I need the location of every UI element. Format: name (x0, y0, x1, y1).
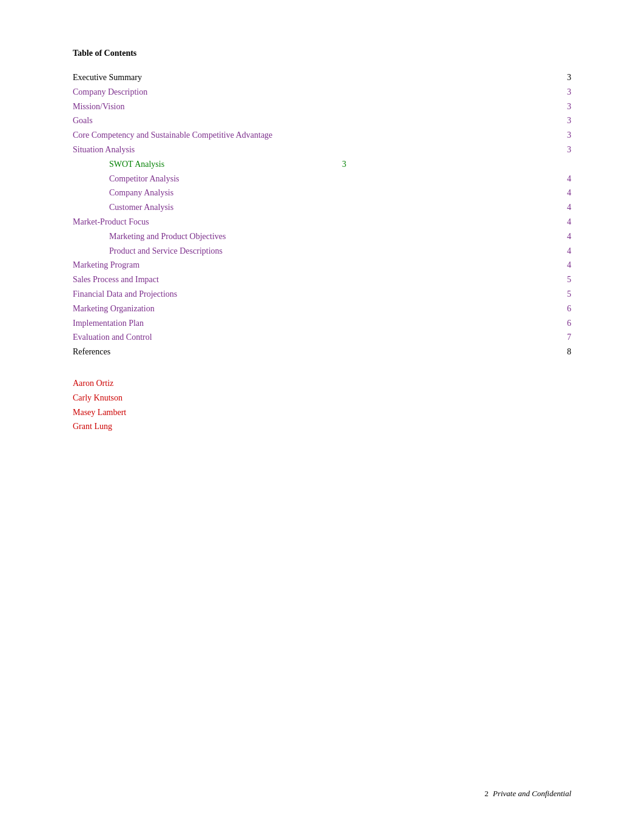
toc-page: 4 (559, 258, 571, 272)
toc-page: 6 (559, 302, 571, 316)
toc-page: 3 (559, 128, 571, 143)
toc-row: Marketing and Product Objectives4 (73, 229, 571, 244)
footer: 2 Private and Confidential (485, 789, 571, 799)
toc-label: Evaluation and Control (73, 330, 559, 345)
author-item: Aaron Ortiz (73, 376, 571, 391)
toc-page: 4 (559, 215, 571, 229)
toc-label: Customer Analysis (73, 200, 559, 215)
footer-text: Private and Confidential (493, 789, 571, 798)
author-name: Aaron Ortiz (73, 376, 113, 391)
toc-title: Table of Contents (73, 49, 571, 58)
toc-page: 4 (559, 244, 571, 259)
toc-label: Company Analysis (73, 186, 559, 200)
toc-label: Financial Data and Projections (73, 287, 559, 302)
toc-row: Goals3 (73, 113, 571, 128)
toc-label: Marketing and Product Objectives (73, 229, 559, 244)
toc-row: SWOT Analysis3 (73, 157, 571, 172)
toc-row: Market-Product Focus4 (73, 215, 571, 229)
author-name: Masey Lambert (73, 405, 126, 420)
author-item: Carly Knutson (73, 391, 571, 405)
toc-row: Company Description3 (73, 85, 571, 100)
toc-row: Competitor Analysis4 (73, 172, 571, 186)
toc-label: Sales Process and Impact (73, 272, 559, 287)
toc-row: Customer Analysis4 (73, 200, 571, 215)
toc-page: 3 (559, 85, 571, 100)
toc-label: Situation Analysis (73, 143, 559, 157)
toc-row: Core Competency and Sustainable Competit… (73, 128, 571, 143)
author-name: Carly Knutson (73, 391, 122, 405)
toc-label: Goals (73, 113, 559, 128)
toc-row: Executive Summary3 (73, 70, 571, 85)
author-name: Grant Lung (73, 419, 112, 434)
toc-label: Marketing Organization (73, 302, 559, 316)
toc-row: Situation Analysis3 (73, 143, 571, 157)
toc-page: 3 (559, 100, 571, 114)
toc-row: Financial Data and Projections5 (73, 287, 571, 302)
toc-label: Marketing Program (73, 258, 559, 272)
author-item: Masey Lambert (73, 405, 571, 420)
toc-label: Product and Service Descriptions (73, 244, 559, 259)
toc-page: 3 (559, 70, 571, 85)
toc-label: Market-Product Focus (73, 215, 559, 229)
toc-page: 4 (559, 186, 571, 200)
toc-row: Implementation Plan6 (73, 316, 571, 331)
toc-label: Mission/Vision (73, 100, 559, 114)
toc-container: Executive Summary3Company Description3Mi… (73, 70, 571, 359)
toc-page: 3 (559, 143, 571, 157)
toc-label: SWOT Analysis (73, 157, 334, 172)
toc-row: Marketing Organization6 (73, 302, 571, 316)
toc-label: Executive Summary (73, 70, 559, 85)
toc-page: 3 (559, 113, 571, 128)
toc-row: References8 (73, 345, 571, 359)
footer-page-number: 2 (485, 789, 489, 798)
toc-page: 3 (334, 157, 346, 172)
toc-page: 5 (559, 272, 571, 287)
toc-row: Mission/Vision3 (73, 100, 571, 114)
toc-label: References (73, 345, 559, 359)
toc-page: 8 (559, 345, 571, 359)
toc-row: Evaluation and Control7 (73, 330, 571, 345)
toc-label: Company Description (73, 85, 559, 100)
toc-page: 4 (559, 200, 571, 215)
toc-row: Product and Service Descriptions4 (73, 244, 571, 259)
toc-page: 4 (559, 229, 571, 244)
toc-label: Core Competency and Sustainable Competit… (73, 128, 559, 143)
toc-page: 4 (559, 172, 571, 186)
toc-label: Competitor Analysis (73, 172, 559, 186)
toc-row: Company Analysis4 (73, 186, 571, 200)
toc-page: 7 (559, 330, 571, 345)
author-item: Grant Lung (73, 419, 571, 434)
toc-row: Sales Process and Impact5 (73, 272, 571, 287)
authors-section: Aaron OrtizCarly KnutsonMasey LambertGra… (73, 376, 571, 434)
toc-label: Implementation Plan (73, 316, 559, 331)
toc-page: 6 (559, 316, 571, 331)
toc-page: 5 (559, 287, 571, 302)
toc-row: Marketing Program4 (73, 258, 571, 272)
page: Table of Contents Executive Summary3Comp… (0, 0, 644, 835)
